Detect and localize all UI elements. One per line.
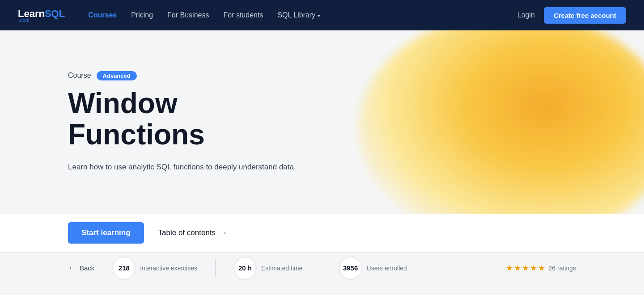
ratings-count: 26 ratings xyxy=(549,265,576,272)
course-text: Course xyxy=(68,72,91,80)
back-arrow-icon: ← xyxy=(68,263,76,273)
time-label: Estimated time xyxy=(261,265,303,272)
navbar: Learn SQL .com Courses Pricing For Busin… xyxy=(0,0,644,30)
stat-time: 20 h Estimated time xyxy=(233,257,303,280)
ratings-section: ★ ★ ★ ★ ★ 26 ratings xyxy=(506,263,576,273)
back-link[interactable]: ← Back xyxy=(68,263,94,273)
stat-exercises: 218 Interactive exercises xyxy=(112,257,197,280)
nav-right: Login Create free account xyxy=(517,7,626,24)
nav-link-students[interactable]: For students xyxy=(223,11,263,19)
chevron-down-icon xyxy=(317,15,321,17)
enrolled-label: Users enrolled xyxy=(367,265,407,272)
hero-title: Window Functions xyxy=(68,88,644,151)
hero-subtitle: Learn how to use analytic SQL functions … xyxy=(68,161,318,173)
logo[interactable]: Learn SQL .com xyxy=(18,8,65,23)
nav-links: Courses Pricing For Business For student… xyxy=(88,11,501,19)
nav-link-courses[interactable]: Courses xyxy=(88,11,117,19)
star-rating: ★ ★ ★ ★ ★ xyxy=(506,263,545,273)
enrolled-count: 3956 xyxy=(339,257,362,280)
exercises-label: Interactive exercises xyxy=(140,265,197,272)
create-account-button[interactable]: Create free account xyxy=(544,7,626,24)
star-2: ★ xyxy=(514,263,521,273)
stat-divider-1 xyxy=(215,259,216,277)
back-label: Back xyxy=(80,264,94,272)
nav-link-sql-library[interactable]: SQL Library xyxy=(277,11,321,19)
star-1: ★ xyxy=(506,263,513,273)
star-3: ★ xyxy=(522,263,529,273)
toc-label: Table of contents xyxy=(158,228,216,237)
table-of-contents-link[interactable]: Table of contents → xyxy=(158,228,228,238)
login-link[interactable]: Login xyxy=(517,11,535,19)
stat-divider-3 xyxy=(425,259,425,277)
hero-content: Course Advanced Window Functions Learn h… xyxy=(68,71,644,173)
star-5: ★ xyxy=(538,263,545,273)
hero-section: Course Advanced Window Functions Learn h… xyxy=(0,30,644,214)
start-learning-button[interactable]: Start learning xyxy=(68,222,144,244)
arrow-right-icon: → xyxy=(219,228,227,238)
nav-link-pricing[interactable]: Pricing xyxy=(131,11,153,19)
logo-com: .com xyxy=(19,18,65,23)
actions-bar: Start learning Table of contents → xyxy=(0,214,644,252)
exercises-count: 218 xyxy=(112,257,136,280)
stat-enrolled: 3956 Users enrolled xyxy=(339,257,407,280)
stats-bar: ← Back 218 Interactive exercises 20 h Es… xyxy=(0,252,644,283)
advanced-badge: Advanced xyxy=(97,71,137,80)
nav-link-business[interactable]: For Business xyxy=(167,11,209,19)
star-4: ★ xyxy=(530,263,537,273)
time-count: 20 h xyxy=(233,257,257,280)
stat-divider-2 xyxy=(321,259,321,277)
course-label: Course Advanced xyxy=(68,71,644,80)
